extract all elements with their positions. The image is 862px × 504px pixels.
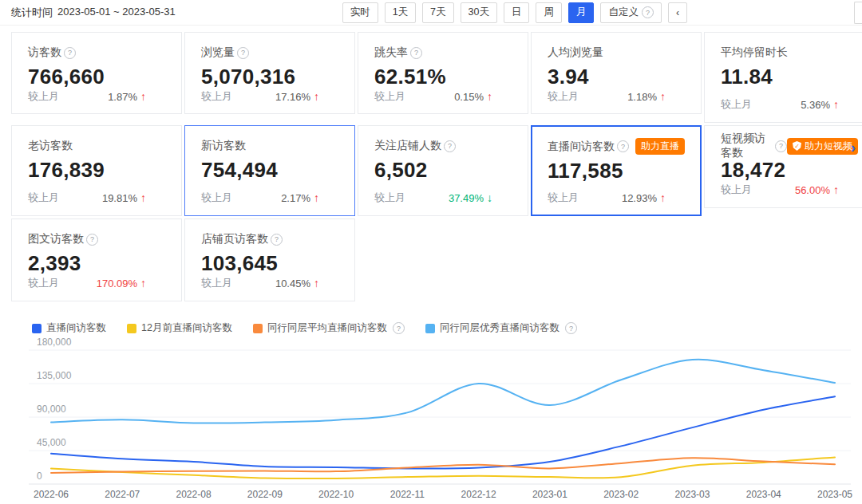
stats-time-range: 统计时间 2023-05-01 ~ 2023-05-31 [11, 6, 176, 20]
metric-card[interactable]: 浏览量 ? 5,070,316 较上月 17.16% [184, 32, 355, 114]
x-axis-tick-label: 2023-01 [532, 489, 567, 500]
trend-arrow [660, 91, 666, 102]
time-range-button-label: 日 [512, 6, 522, 19]
help-icon[interactable]: ? [393, 322, 405, 334]
pct-change: 17.16% [275, 91, 310, 103]
carousel-next-icon[interactable]: › [851, 140, 856, 155]
x-axis-tick-label: 2022-07 [105, 489, 140, 500]
stats-time-value: 2023-05-01 ~ 2023-05-31 [57, 6, 176, 20]
compare-label: 较上月 [201, 191, 232, 205]
x-axis-tick-label: 2022-10 [318, 489, 354, 500]
help-icon[interactable]: ? [775, 140, 787, 152]
legend-item[interactable]: 同行同层平均直播间访客数? [253, 321, 405, 335]
pct-change: 5.36% [801, 99, 830, 111]
pct-change: 1.18% [627, 91, 657, 103]
time-range-button-label: 自定义 [608, 6, 639, 19]
legend-label: 同行同层优秀直播间访客数 [440, 321, 560, 335]
metric-card[interactable]: 老访客数 176,839 较上月 19.81% [11, 125, 182, 216]
stats-time-label: 统计时间 [11, 6, 53, 20]
x-axis-tick-label: 2022-09 [247, 489, 283, 500]
trend-arrow [314, 91, 319, 102]
legend-label: 直播间访客数 [46, 321, 106, 335]
pct-change: 19.81% [102, 192, 137, 204]
metric-card[interactable]: 平均停留时长 11.84 较上月 5.36% [704, 32, 862, 123]
pct-change: 37.49% [449, 192, 484, 204]
time-range-button[interactable]: ‹ [668, 2, 687, 23]
metric-card[interactable]: 直播间访客数 ? 助力直播 117,585 较上月 12.93% [531, 125, 702, 216]
trend-arrow [487, 91, 492, 102]
time-range-button[interactable]: 实时 [342, 2, 378, 23]
metric-card[interactable]: 店铺页访客数 ? 103,645 较上月 10.45% [184, 219, 355, 301]
metric-card[interactable]: 新访客数 754,494 较上月 2.17% [184, 125, 355, 216]
time-range-button[interactable]: 7天 [422, 2, 453, 23]
time-range-button[interactable]: 月 [568, 2, 595, 23]
metric-card[interactable]: 人均浏览量 3.94 较上月 1.18% [531, 32, 702, 114]
x-axis-tick-label: 2023-02 [603, 489, 639, 500]
metric-title: 新访客数 [201, 139, 246, 153]
trend-arrow [140, 192, 146, 203]
metric-card[interactable]: 跳失率 ? 62.51% 较上月 0.15% [358, 32, 528, 114]
metric-title: 跳失率 [374, 45, 408, 60]
metric-card-footer: 较上月 1.18% [548, 89, 685, 104]
metric-card-header: 人均浏览量 [548, 45, 685, 61]
metric-value: 2,393 [28, 251, 165, 276]
metric-title: 老访客数 [28, 139, 73, 153]
help-icon[interactable]: ? [410, 47, 422, 59]
trend-arrow [833, 184, 839, 195]
legend-item[interactable]: 12月前直播间访客数 [127, 321, 232, 335]
metric-card-footer: 较上月 5.36% [721, 97, 858, 112]
metric-card[interactable]: 短视频访客数 ? 助力短视频 18,472 较上月 56.00% [704, 125, 862, 208]
time-range-button[interactable]: 1天 [385, 2, 416, 23]
trend-arrow [140, 278, 146, 289]
analytics-dashboard: { "toolbar": { "date_label": "统计时间", "da… [0, 0, 862, 504]
legend-item[interactable]: 直播间访客数 [32, 321, 106, 335]
x-axis-tick-label: 2022-12 [461, 489, 496, 500]
x-axis-tick-label: 2023-05 [817, 489, 852, 500]
metric-value: 117,585 [548, 159, 685, 183]
metric-card-header: 老访客数 [28, 138, 165, 154]
compare-label: 较上月 [721, 97, 752, 112]
metric-title: 平均停留时长 [721, 45, 788, 60]
time-range-button[interactable]: 周 [536, 2, 562, 23]
compare-label: 较上月 [721, 183, 752, 197]
time-range-button[interactable]: 日 [504, 2, 530, 23]
help-icon[interactable]: ? [86, 234, 98, 246]
help-icon[interactable]: ? [271, 234, 283, 246]
help-icon[interactable]: ? [565, 322, 577, 334]
y-axis-tick-label: 0 [37, 471, 42, 482]
metric-card[interactable]: 图文访客数 ? 2,393 较上月 170.09% [11, 219, 182, 301]
metric-card-header: 新访客数 [201, 138, 338, 154]
time-range-button[interactable]: 30天 [461, 2, 497, 23]
pct-change: 12.93% [622, 192, 657, 204]
time-range-button-label: 月 [576, 6, 587, 19]
metric-card[interactable]: 访客数 ? 766,660 较上月 1.87% [11, 32, 182, 114]
metric-card-footer: 较上月 10.45% [201, 276, 338, 290]
trend-arrow [314, 192, 319, 203]
metric-title: 人均浏览量 [548, 45, 603, 60]
compare-label: 较上月 [374, 191, 405, 205]
stats-toolbar: 统计时间 2023-05-01 ~ 2023-05-31 实时 1天 7天 30… [0, 0, 862, 26]
metric-card[interactable]: 关注店铺人数 ? 6,502 较上月 37.49% [358, 125, 528, 216]
legend-item[interactable]: 同行同层优秀直播间访客数? [425, 321, 577, 335]
pct-change: 2.17% [281, 192, 310, 204]
time-range-button[interactable]: 自定义 ? [600, 2, 662, 23]
metric-card-header: 短视频访客数 ? 助力短视频 [721, 138, 858, 154]
help-icon[interactable]: ? [444, 140, 456, 152]
help-icon[interactable]: ? [237, 47, 249, 59]
time-range-button-label: 实时 [350, 6, 370, 19]
legend-swatch [253, 324, 263, 333]
trend-arrow [140, 91, 146, 102]
help-icon[interactable]: ? [64, 47, 76, 59]
promo-badge[interactable]: 助力直播 [635, 138, 685, 155]
pct-change: 170.09% [97, 278, 137, 289]
time-range-buttons: 实时 1天 7天 30天 日 周 月 自定义 ? [342, 2, 687, 23]
time-range-button-label: 1天 [393, 6, 408, 19]
clipped-button[interactable] [854, 2, 862, 24]
metric-card-footer: 较上月 56.00% [721, 183, 858, 197]
legend-label: 12月前直播间访客数 [141, 321, 232, 335]
promo-badge[interactable]: 助力短视频 [787, 138, 858, 155]
chart-line [51, 396, 835, 468]
time-range-button-label: 7天 [430, 6, 445, 19]
help-icon[interactable]: ? [617, 140, 629, 152]
metric-card-header: 平均停留时长 [721, 45, 858, 61]
